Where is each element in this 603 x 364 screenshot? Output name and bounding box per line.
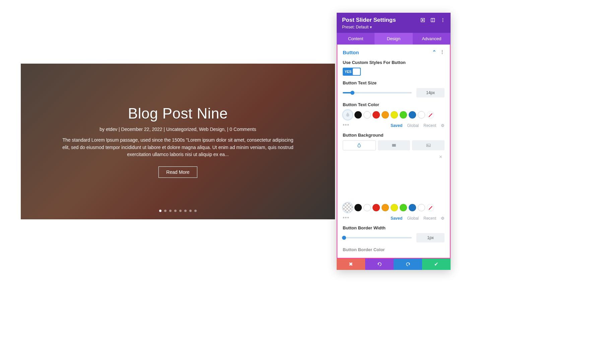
palette-tab-recent[interactable]: Recent (423, 216, 436, 221)
color-swatch[interactable] (363, 111, 371, 119)
more-icon[interactable]: ••• (343, 122, 349, 128)
slider-dot[interactable] (194, 210, 197, 212)
slider-dot[interactable] (189, 210, 192, 212)
label-text-color: Button Text Color (343, 102, 445, 107)
tab-content[interactable]: Content (337, 33, 375, 45)
cancel-button[interactable]: ✖ (337, 259, 365, 270)
color-swatch[interactable] (391, 111, 398, 119)
toggle-custom-styles[interactable]: YES (343, 68, 361, 76)
text-size-slider[interactable] (343, 92, 412, 93)
text-size-value[interactable]: 14px (416, 88, 445, 97)
color-swatch[interactable] (400, 204, 407, 211)
post-title: Blog Post Nine (128, 105, 228, 122)
bg-type-tabs (343, 140, 445, 150)
palette-tab-saved[interactable]: Saved (391, 216, 402, 221)
tab-design[interactable]: Design (375, 33, 412, 45)
color-swatch[interactable] (391, 204, 398, 211)
slider-dot[interactable] (159, 210, 161, 212)
border-width-value[interactable]: 1px (416, 233, 445, 242)
panel-header: Post Slider Settings Preset: Default ▾ (337, 13, 451, 33)
slider-dot[interactable] (179, 210, 182, 212)
color-swatch[interactable] (354, 204, 362, 211)
responsive-icon[interactable] (430, 18, 435, 22)
label-border-color: Button Border Color (343, 247, 445, 252)
bg-color-swatches (343, 203, 445, 213)
bg-tab-image[interactable] (412, 140, 445, 150)
kebab-icon[interactable] (441, 18, 445, 22)
svg-point-6 (443, 21, 443, 22)
gear-icon[interactable]: ⚙ (441, 216, 445, 221)
color-swatch[interactable] (418, 111, 425, 119)
color-swatch[interactable] (373, 204, 380, 211)
label-button-bg: Button Background (343, 133, 445, 138)
more-icon[interactable]: ••• (343, 215, 349, 221)
slider-dot[interactable] (174, 210, 177, 212)
close-icon[interactable]: ✕ (439, 154, 443, 159)
color-swatch[interactable] (382, 204, 389, 211)
color-swatch[interactable] (354, 111, 362, 119)
svg-point-4 (443, 18, 443, 19)
color-swatch[interactable] (418, 204, 425, 211)
label-custom-styles: Use Custom Styles For Button (343, 60, 445, 65)
palette-tab-saved[interactable]: Saved (391, 123, 402, 128)
tab-advanced[interactable]: Advanced (413, 33, 451, 45)
label-border-width: Button Border Width (343, 225, 445, 230)
kebab-icon[interactable]: ⋮ (440, 49, 445, 55)
preset-selector[interactable]: Preset: Default ▾ (342, 25, 445, 29)
section-title: Button (343, 50, 359, 55)
color-swatch[interactable] (382, 111, 389, 119)
panel-tabs: ContentDesignAdvanced (337, 33, 451, 45)
post-excerpt: The standard Lorem Ipsum passage, used s… (62, 137, 294, 158)
preset-label: Preset: Default (342, 25, 368, 29)
bg-tab-color[interactable] (343, 140, 376, 150)
color-swatch[interactable] (409, 111, 416, 119)
palette-tabs: SavedGlobalRecent⚙ (391, 123, 445, 128)
border-width-slider[interactable] (343, 237, 412, 238)
chevron-up-icon: ⌃ (432, 49, 437, 55)
settings-panel: Post Slider Settings Preset: Default ▾ C… (337, 13, 451, 270)
undo-button[interactable] (365, 259, 394, 270)
bg-tab-gradient[interactable] (378, 140, 410, 150)
palette-tab-recent[interactable]: Recent (423, 123, 436, 128)
label-text-size: Button Text Size (343, 80, 445, 85)
palette-tabs: SavedGlobalRecent⚙ (391, 216, 445, 221)
color-swatch[interactable] (409, 204, 416, 211)
swatch-none[interactable] (427, 204, 434, 211)
panel-title: Post Slider Settings (342, 17, 396, 23)
palette-tab-global[interactable]: Global (407, 123, 419, 128)
color-swatch[interactable] (373, 111, 380, 119)
svg-rect-7 (392, 144, 396, 147)
svg-point-5 (443, 20, 443, 20)
post-meta: by etdev | December 22, 2022 | Uncategor… (99, 127, 256, 132)
bg-color-preview[interactable]: ✕ (343, 153, 445, 200)
color-swatch[interactable] (400, 111, 407, 119)
toggle-label: YES (343, 70, 351, 74)
read-more-button[interactable]: Read More (158, 166, 197, 178)
svg-point-1 (422, 19, 423, 21)
swatch-transparent[interactable] (343, 203, 353, 213)
post-slider: Blog Post Nine by etdev | December 22, 2… (21, 64, 335, 219)
color-swatch[interactable] (363, 204, 371, 211)
gear-icon[interactable]: ⚙ (441, 123, 445, 128)
panel-footer: ✖ ✔ (337, 259, 451, 270)
panel-body: Button ⌃ ⋮ Use Custom Styles For Button … (337, 45, 451, 259)
slider-dots (159, 210, 197, 212)
expand-icon[interactable] (420, 18, 425, 22)
save-button[interactable]: ✔ (422, 259, 451, 270)
swatch-none[interactable] (427, 111, 434, 119)
chevron-down-icon: ▾ (370, 25, 372, 29)
section-header-button[interactable]: Button ⌃ ⋮ (343, 48, 445, 59)
redo-button[interactable] (394, 259, 422, 270)
text-color-swatches (343, 110, 445, 120)
slider-dot[interactable] (184, 210, 187, 212)
palette-tab-global[interactable]: Global (407, 216, 419, 221)
slider-dot[interactable] (169, 210, 172, 212)
swatch-current[interactable] (343, 110, 353, 120)
toggle-knob (353, 68, 360, 75)
slider-dot[interactable] (164, 210, 166, 212)
